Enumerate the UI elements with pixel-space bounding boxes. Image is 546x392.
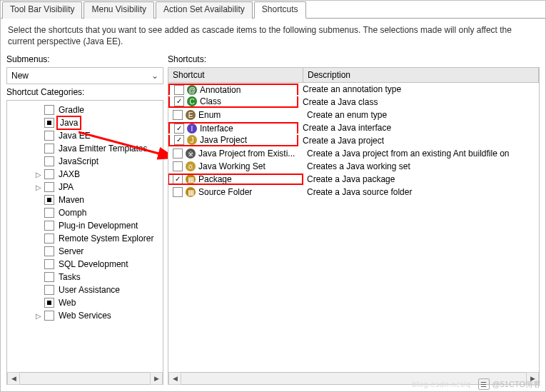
tab-shortcuts[interactable]: Shortcuts (254, 1, 306, 19)
category-item[interactable]: Gradle (9, 104, 161, 116)
shortcuts-table-body[interactable]: @AnnotationCreate an annotation typeCCla… (168, 83, 539, 372)
shortcut-type-icon: I (187, 124, 197, 134)
category-item[interactable]: User Assistance (9, 283, 161, 296)
table-row[interactable]: ※Java Project from Existi...Create a Jav… (168, 147, 539, 160)
shortcut-description: Create a Java source folder (303, 187, 539, 197)
category-item[interactable]: SQL Development (9, 258, 161, 271)
submenus-dropdown-value: New (11, 71, 29, 81)
category-checkbox[interactable] (44, 298, 54, 308)
tab-tool-bar-visibility[interactable]: Tool Bar Visibility (2, 1, 82, 19)
shortcut-checkbox[interactable] (174, 124, 184, 134)
shortcuts-table-header: Shortcut Description (168, 68, 539, 83)
category-label: User Assistance (59, 285, 120, 295)
scroll-right-icon[interactable]: ▶ (526, 372, 539, 385)
category-item[interactable]: ▷JPA (9, 181, 161, 194)
shortcut-checkbox[interactable] (174, 85, 184, 95)
scroll-right-icon[interactable]: ▶ (150, 372, 163, 385)
category-checkbox[interactable] (44, 208, 54, 218)
scroll-track[interactable] (20, 373, 150, 383)
shortcut-name: Package (198, 174, 232, 184)
shortcut-name: Annotation (200, 85, 241, 95)
shortcut-description: Create a Java project from an existing A… (303, 149, 539, 159)
chevron-down-icon: ⌄ (150, 71, 160, 81)
category-item[interactable]: Plug-in Development (9, 219, 161, 232)
table-row[interactable]: JJava ProjectCreate a Java project (168, 134, 539, 147)
category-item[interactable]: JavaScript (9, 155, 161, 168)
category-checkbox[interactable] (44, 144, 54, 154)
category-item[interactable]: Java EE (9, 129, 161, 142)
category-checkbox[interactable] (44, 311, 54, 321)
category-item[interactable]: Maven (9, 194, 161, 206)
shortcut-description: Create a Java package (303, 174, 539, 184)
shortcut-checkbox[interactable] (173, 110, 183, 120)
submenus-label: Submenus: (6, 54, 163, 64)
shortcut-checkbox[interactable] (174, 96, 184, 106)
category-checkbox[interactable] (44, 221, 54, 231)
category-label: SQL Development (59, 259, 128, 269)
category-item[interactable]: ▷Web Services (9, 309, 161, 322)
shortcut-checkbox[interactable] (173, 161, 183, 171)
shortcut-name: Java Project from Existi... (198, 149, 295, 159)
expander-icon[interactable]: ▷ (34, 171, 43, 179)
category-checkbox[interactable] (44, 195, 54, 205)
category-checkbox[interactable] (44, 169, 54, 179)
category-label: Web Services (59, 311, 111, 321)
category-checkbox[interactable] (44, 259, 54, 269)
shortcut-type-icon: ⛭ (186, 161, 196, 171)
category-checkbox[interactable] (44, 285, 54, 295)
category-checkbox[interactable] (44, 156, 54, 166)
table-row[interactable]: @AnnotationCreate an annotation type (168, 83, 539, 96)
categories-panel: GradleJavaJava EEJava Emitter TemplatesJ… (6, 100, 163, 385)
shortcuts-panel: Shortcut Description @AnnotationCreate a… (168, 67, 540, 385)
header-description[interactable]: Description (303, 68, 539, 82)
scroll-track[interactable] (181, 373, 526, 383)
category-checkbox[interactable] (44, 131, 54, 141)
tab-action-set-availability[interactable]: Action Set Availability (156, 1, 253, 19)
shortcut-name: Class (200, 96, 221, 106)
scroll-left-icon[interactable]: ◀ (168, 372, 181, 385)
category-item[interactable]: Java (9, 116, 161, 129)
shortcut-type-icon: ▦ (186, 174, 196, 184)
categories-hscroll[interactable]: ◀ ▶ (7, 372, 163, 384)
table-row[interactable]: CClassCreate a Java class (168, 96, 539, 109)
categories-tree[interactable]: GradleJavaJava EEJava Emitter TemplatesJ… (7, 101, 163, 372)
scroll-left-icon[interactable]: ◀ (7, 372, 20, 385)
shortcut-checkbox[interactable] (173, 174, 183, 184)
shortcuts-hscroll[interactable]: ◀ ▶ (168, 372, 539, 384)
expander-icon[interactable]: ▷ (34, 312, 43, 320)
shortcut-checkbox[interactable] (173, 187, 183, 197)
table-row[interactable]: EEnumCreate an enum type (168, 109, 539, 121)
expander-icon[interactable]: ▷ (34, 184, 43, 191)
submenus-dropdown[interactable]: New ⌄ (6, 67, 163, 84)
category-checkbox[interactable] (44, 272, 54, 282)
shortcut-name: Enum (198, 110, 221, 120)
category-checkbox[interactable] (44, 118, 54, 128)
shortcut-type-icon: ※ (186, 149, 196, 159)
category-item[interactable]: ▷JAXB (9, 168, 161, 181)
category-item[interactable]: Remote System Explorer (9, 232, 161, 245)
category-checkbox[interactable] (44, 182, 54, 192)
shortcut-checkbox[interactable] (173, 149, 183, 159)
table-row[interactable]: ▦PackageCreate a Java package (168, 173, 539, 186)
category-label: Java Emitter Templates (59, 144, 148, 154)
category-item[interactable]: Web (9, 296, 161, 309)
category-item[interactable]: Server (9, 245, 161, 258)
shortcut-type-icon: @ (187, 85, 197, 95)
category-item[interactable]: Java Emitter Templates (9, 142, 161, 155)
shortcut-description: Create an enum type (303, 110, 539, 120)
shortcut-checkbox[interactable] (174, 135, 184, 145)
shortcut-description: Create a Java class (298, 97, 539, 107)
shortcut-type-icon: J (187, 135, 197, 145)
category-item[interactable]: Oomph (9, 206, 161, 219)
table-row[interactable]: ▦Source FolderCreate a Java source folde… (168, 186, 539, 198)
category-checkbox[interactable] (44, 246, 54, 256)
category-item[interactable]: Tasks (9, 271, 161, 283)
shortcut-categories-label: Shortcut Categories: (6, 87, 163, 97)
category-checkbox[interactable] (44, 105, 54, 115)
table-row[interactable]: ⛭Java Working SetCreates a Java working … (168, 160, 539, 173)
category-checkbox[interactable] (44, 233, 54, 243)
header-shortcut[interactable]: Shortcut (168, 68, 303, 82)
shortcut-name: Interface (200, 124, 233, 134)
table-row[interactable]: IInterfaceCreate a Java interface (168, 121, 539, 134)
tab-menu-visibility[interactable]: Menu Visibility (84, 1, 153, 19)
